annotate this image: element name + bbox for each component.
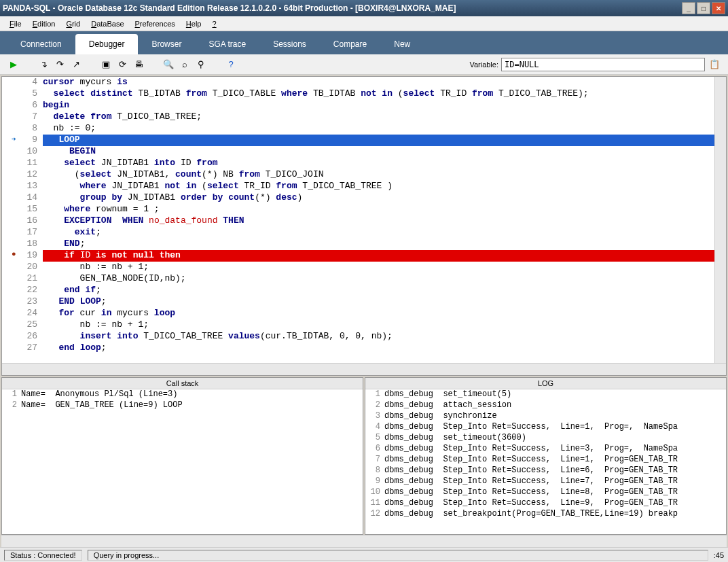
log-row[interactable]: 1dbms_debug set_timeout(5) xyxy=(365,389,726,400)
log-row[interactable]: 5dbms_debug set_timeout(3600) xyxy=(365,433,726,444)
variable-apply-icon[interactable]: 📋 xyxy=(708,58,721,71)
code-line[interactable]: 20 nb := nb + 1; xyxy=(2,262,714,273)
code-line[interactable]: 11 select JN_IDTAB1 into ID from xyxy=(2,158,714,169)
menu-file[interactable]: File xyxy=(4,18,27,29)
run-icon[interactable]: ▶ xyxy=(7,58,20,71)
menu-database[interactable]: DataBase xyxy=(86,18,129,29)
vertical-scrollbar[interactable] xyxy=(714,77,726,363)
code-line[interactable]: 26 insert into T_DICO_TAB_TREE values(cu… xyxy=(2,331,714,343)
statusbar: Status : Connected! Query in progress...… xyxy=(0,547,728,562)
code-line[interactable]: 13 where JN_IDTAB1 not in (select TR_ID … xyxy=(2,181,714,192)
print-icon[interactable]: 🖶 xyxy=(132,58,145,71)
bookmark-icon[interactable]: ⚲ xyxy=(194,58,208,71)
log-row[interactable]: 2dbms_debug attach_session xyxy=(365,400,726,411)
menu-help[interactable]: Help xyxy=(181,18,207,29)
variable-input[interactable] xyxy=(501,58,705,71)
menu-edition[interactable]: Edition xyxy=(27,18,61,29)
code-line[interactable]: 24 for cur in mycurs loop xyxy=(2,308,714,319)
log-row[interactable]: 12dbms_debug set_breakpoint(Prog=GEN_TAB… xyxy=(365,509,726,520)
code-line[interactable]: 22 end if; xyxy=(2,285,714,296)
status-connection: Status : Connected! xyxy=(4,550,82,561)
refresh-icon[interactable]: ⟳ xyxy=(115,58,129,71)
code-line[interactable]: 17 exit; xyxy=(2,227,714,239)
code-line[interactable]: 9➔ LOOP xyxy=(2,135,714,146)
code-line[interactable]: 15 where rownum = 1 ; xyxy=(2,204,714,215)
tab-sga-trace[interactable]: SGA trace xyxy=(195,34,259,54)
step-out-icon[interactable]: ↗ xyxy=(69,58,83,71)
horizontal-scrollbar[interactable] xyxy=(2,363,726,375)
log-row[interactable]: 8dbms_debug Step_Into Ret=Success, Line=… xyxy=(365,466,726,476)
current-line-icon: ➔ xyxy=(12,135,16,143)
menu-grid[interactable]: Grid xyxy=(60,18,86,29)
menubar: FileEditionGridDataBasePreferencesHelp? xyxy=(0,16,728,31)
menu-?[interactable]: ? xyxy=(206,18,221,29)
tab-sessions[interactable]: Sessions xyxy=(259,34,320,54)
code-line[interactable]: 10 BEGIN xyxy=(2,146,714,158)
code-line[interactable]: 5 select distinct TB_IDTAB from T_DICO_T… xyxy=(2,88,714,100)
code-editor: 4cursor mycurs is5 select distinct TB_ID… xyxy=(1,76,727,376)
callstack-row[interactable]: 1Name= Anonymous Pl/Sql (Line=3) xyxy=(2,389,363,400)
breakpoint-icon[interactable]: ● xyxy=(12,250,16,258)
tab-debugger[interactable]: Debugger xyxy=(75,34,139,54)
code-line[interactable]: 14 group by JN_IDTAB1 order by count(*) … xyxy=(2,192,714,204)
code-line[interactable]: 6begin xyxy=(2,100,714,111)
log-pane: LOG 1dbms_debug set_timeout(5)2dbms_debu… xyxy=(365,377,727,535)
callstack-pane: Call stack 1Name= Anonymous Pl/Sql (Line… xyxy=(1,377,363,535)
window-title: PANDA-SQL - Oracle Database 12c Standard… xyxy=(3,3,682,13)
tab-browser[interactable]: Browser xyxy=(138,34,195,54)
log-row[interactable]: 4dbms_debug Step_Into Ret=Success, Line=… xyxy=(365,422,726,433)
step-over-icon[interactable]: ↷ xyxy=(53,58,67,71)
minimize-button[interactable]: _ xyxy=(682,2,695,14)
toolbar: ▶ ↴ ↷ ↗ ▣ ⟳ 🖶 🔍 ⌕ ⚲ ? Variable: 📋 xyxy=(0,54,728,75)
callstack-header: Call stack xyxy=(2,378,363,389)
find-next-icon[interactable]: ⌕ xyxy=(178,58,192,71)
code-line[interactable]: 7 delete from T_DICO_TAB_TREE; xyxy=(2,111,714,123)
variable-label: Variable: xyxy=(469,60,498,69)
status-query: Query in progress... xyxy=(88,550,708,561)
code-line[interactable]: 18 END; xyxy=(2,239,714,250)
close-button[interactable]: ✕ xyxy=(712,2,725,14)
log-row[interactable]: 3dbms_debug synchronize xyxy=(365,411,726,422)
callstack-row[interactable]: 2Name= GEN_TAB_TREE (Line=9) LOOP xyxy=(2,400,363,411)
code-line[interactable]: 8 nb := 0; xyxy=(2,123,714,135)
log-row[interactable]: 7dbms_debug Step_Into Ret=Success, Line=… xyxy=(365,455,726,466)
tab-bar: ConnectionDebuggerBrowserSGA traceSessio… xyxy=(0,31,728,54)
log-row[interactable]: 6dbms_debug Step_Into Ret=Success, Line=… xyxy=(365,444,726,455)
titlebar: PANDA-SQL - Oracle Database 12c Standard… xyxy=(0,0,728,16)
find-icon[interactable]: 🔍 xyxy=(162,58,175,71)
menu-preferences[interactable]: Preferences xyxy=(130,18,181,29)
code-line[interactable]: 19● if ID is not null then xyxy=(2,250,714,262)
status-time: :45 xyxy=(714,551,724,559)
maximize-button[interactable]: □ xyxy=(697,2,710,14)
code-line[interactable]: 25 nb := nb + 1; xyxy=(2,319,714,331)
log-row[interactable]: 11dbms_debug Step_Into Ret=Success, Line… xyxy=(365,498,726,509)
tab-connection[interactable]: Connection xyxy=(7,34,75,54)
bottom-scrollbar[interactable] xyxy=(1,535,727,547)
code-line[interactable]: 12 (select JN_IDTAB1, count(*) NB from T… xyxy=(2,169,714,181)
tab-new[interactable]: New xyxy=(380,34,424,54)
tab-compare[interactable]: Compare xyxy=(320,34,380,54)
step-into-icon[interactable]: ↴ xyxy=(37,58,50,71)
code-line[interactable]: 21 GEN_TAB_NODE(ID,nb); xyxy=(2,273,714,285)
code-line[interactable]: 16 EXCEPTION WHEN no_data_found THEN xyxy=(2,215,714,227)
code-line[interactable]: 27 end loop; xyxy=(2,343,714,354)
code-line[interactable]: 23 END LOOP; xyxy=(2,296,714,308)
stop-icon[interactable]: ▣ xyxy=(99,58,113,71)
log-row[interactable]: 9dbms_debug Step_Into Ret=Success, Line=… xyxy=(365,476,726,487)
code-line[interactable]: 4cursor mycurs is xyxy=(2,77,714,88)
log-row[interactable]: 10dbms_debug Step_Into Ret=Success, Line… xyxy=(365,487,726,498)
log-header: LOG xyxy=(365,378,726,389)
help-icon[interactable]: ? xyxy=(224,58,238,71)
